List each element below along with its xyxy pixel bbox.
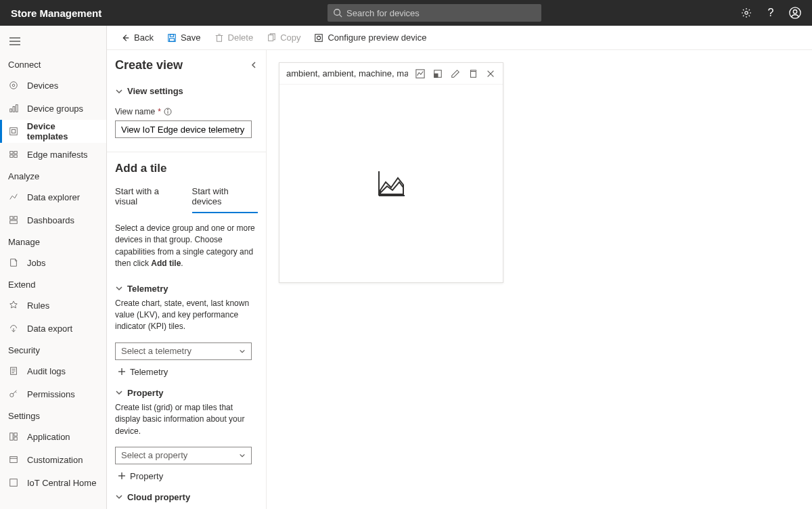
search-icon [333, 8, 342, 18]
create-view-panel: Create view View settings View name* Add… [107, 50, 267, 509]
tile-title: ambient, ambient, machine, machine [286, 68, 408, 79]
svg-point-8 [10, 82, 18, 89]
copy-button[interactable]: Copy [261, 30, 306, 45]
svg-rect-10 [10, 109, 12, 112]
svg-rect-15 [10, 152, 13, 154]
svg-rect-40 [269, 35, 273, 41]
nav-device-templates[interactable]: Device templates [0, 120, 106, 143]
search-box[interactable] [328, 4, 541, 22]
nav-dashboards[interactable]: Dashboards [0, 208, 106, 231]
chevron-down-icon [239, 452, 246, 459]
section-connect: Connect [0, 54, 106, 74]
add-telemetry-button[interactable]: Telemetry [115, 360, 258, 384]
tile-chart-type-icon[interactable] [415, 68, 426, 79]
svg-rect-17 [10, 155, 13, 158]
data-explorer-icon [8, 192, 19, 202]
delete-button[interactable]: Delete [209, 30, 259, 45]
tab-start-devices[interactable]: Start with devices [192, 183, 258, 213]
plus-icon [118, 472, 126, 480]
nav-data-export[interactable]: Data export [0, 317, 106, 340]
chevron-down-icon [115, 493, 123, 501]
nav-iot-central-home[interactable]: IoT Central Home [0, 471, 106, 494]
view-canvas[interactable]: ambient, ambient, machine, machine [267, 50, 812, 509]
nav-rules[interactable]: Rules [0, 294, 106, 317]
nav-jobs[interactable]: Jobs [0, 251, 106, 274]
svg-point-4 [793, 10, 796, 14]
edge-manifests-icon [8, 149, 19, 160]
svg-rect-21 [10, 221, 18, 223]
chevron-down-icon [115, 87, 123, 95]
svg-rect-13 [10, 128, 18, 135]
svg-rect-41 [315, 34, 323, 41]
svg-rect-52 [434, 74, 438, 77]
tile-size-icon[interactable] [432, 68, 443, 79]
customization-icon [8, 454, 19, 465]
info-icon[interactable] [164, 108, 172, 116]
settings-icon[interactable] [740, 7, 752, 19]
telemetry-header[interactable]: Telemetry [115, 280, 258, 298]
search-input[interactable] [346, 8, 536, 18]
section-extend: Extend [0, 274, 106, 294]
nav-customization[interactable]: Customization [0, 448, 106, 471]
area-chart-icon [375, 167, 407, 200]
svg-rect-16 [14, 152, 17, 154]
svg-rect-14 [12, 129, 15, 133]
svg-line-1 [340, 15, 342, 18]
chevron-down-icon [115, 284, 123, 292]
tile-copy-icon[interactable] [468, 68, 478, 79]
data-export-icon [8, 323, 19, 334]
view-settings-header[interactable]: View settings [115, 82, 258, 100]
nav-devices[interactable]: Devices [0, 74, 106, 97]
svg-point-45 [167, 110, 168, 110]
devices-icon [8, 80, 19, 91]
tab-start-visual[interactable]: Start with a visual [115, 183, 181, 213]
device-templates-icon [8, 126, 19, 137]
svg-point-42 [317, 36, 321, 39]
rules-icon [8, 300, 19, 311]
section-settings: Settings [0, 405, 106, 425]
save-button[interactable]: Save [162, 30, 206, 45]
add-property-button[interactable]: Property [115, 464, 258, 488]
tile-body [279, 85, 503, 282]
svg-rect-32 [10, 479, 18, 487]
property-header[interactable]: Property [115, 384, 258, 402]
help-icon[interactable]: ? [765, 7, 777, 19]
sidebar: Connect Devices Device groups Device tem… [0, 26, 107, 509]
hamburger-icon[interactable] [0, 34, 106, 54]
telemetry-desc: Create chart, state, event, last known v… [115, 298, 258, 333]
chevron-down-icon [115, 389, 123, 397]
svg-rect-27 [10, 433, 13, 441]
svg-rect-18 [14, 155, 17, 158]
svg-rect-53 [471, 71, 476, 77]
add-a-tile-heading: Add a tile [115, 162, 258, 175]
section-manage: Manage [0, 231, 106, 251]
nav-application[interactable]: Application [0, 425, 106, 448]
view-name-label: View name* [115, 107, 258, 116]
app-title: Store Management [11, 7, 102, 19]
svg-point-9 [12, 84, 15, 87]
collapse-panel-icon[interactable] [250, 60, 258, 72]
section-security: Security [0, 340, 106, 359]
tile-edit-icon[interactable] [450, 68, 461, 79]
account-icon[interactable] [789, 7, 801, 19]
nav-edge-manifests[interactable]: Edge manifests [0, 143, 106, 166]
view-name-input[interactable] [115, 120, 252, 138]
back-button[interactable]: Back [115, 30, 159, 45]
cloud-property-header[interactable]: Cloud property [115, 488, 258, 506]
nav-permissions[interactable]: Permissions [0, 382, 106, 405]
preview-tile[interactable]: ambient, ambient, machine, machine [279, 62, 503, 283]
nav-data-explorer[interactable]: Data explorer [0, 185, 106, 208]
telemetry-select[interactable]: Select a telemetry [115, 342, 252, 360]
svg-rect-11 [13, 106, 15, 112]
device-groups-icon [8, 103, 19, 114]
svg-rect-28 [14, 433, 17, 436]
nav-device-groups[interactable]: Device groups [0, 97, 106, 120]
svg-rect-20 [14, 217, 17, 219]
property-select[interactable]: Select a property [115, 447, 252, 464]
tile-close-icon[interactable] [485, 68, 496, 79]
svg-rect-19 [10, 217, 13, 219]
nav-audit-logs[interactable]: Audit logs [0, 359, 106, 382]
svg-point-0 [334, 9, 340, 16]
jobs-icon [8, 257, 19, 268]
configure-preview-button[interactable]: Configure preview device [309, 30, 432, 45]
